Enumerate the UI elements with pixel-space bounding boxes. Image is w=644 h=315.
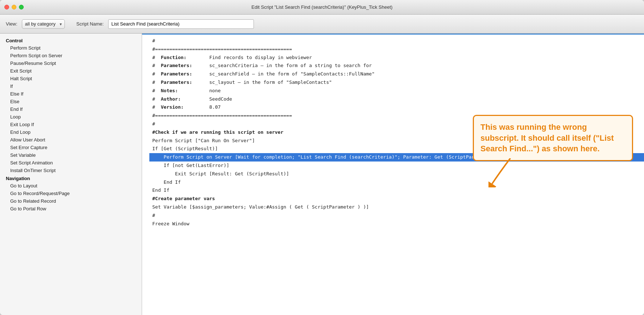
view-label: View: bbox=[6, 21, 17, 27]
script-line: # Function: Find records to display in w… bbox=[149, 54, 644, 62]
script-line: #=======================================… bbox=[149, 45, 644, 54]
sidebar-item-loop[interactable]: Loop bbox=[0, 113, 142, 121]
sidebar-item-set-script-animation[interactable]: Set Script Animation bbox=[0, 159, 142, 167]
annotation-text: This was running the wrong subscript. It… bbox=[480, 122, 614, 153]
sidebar-item-exit-script[interactable]: Exit Script bbox=[0, 67, 142, 75]
script-name-input[interactable] bbox=[108, 19, 254, 29]
sidebar-item-halt-script[interactable]: Halt Script bbox=[0, 75, 142, 82]
main-content: Control Perform Script Perform Script on… bbox=[0, 34, 644, 315]
sidebar-item-if[interactable]: If bbox=[0, 82, 142, 90]
toolbar: View: all by category ▼ Script Name: bbox=[0, 15, 644, 34]
sidebar-item-go-to-layout[interactable]: Go to Layout bbox=[0, 182, 142, 190]
sidebar: Control Perform Script Perform Script on… bbox=[0, 34, 142, 315]
sidebar-category-navigation: Navigation bbox=[0, 174, 142, 182]
script-line: If [not Get(LastError)] bbox=[149, 162, 644, 170]
script-line: # bbox=[149, 37, 644, 45]
maximize-button[interactable] bbox=[19, 5, 24, 9]
sidebar-item-end-if[interactable]: End If bbox=[0, 105, 142, 113]
sidebar-item-install-ontimer[interactable]: Install OnTimer Script bbox=[0, 167, 142, 174]
sidebar-item-perform-script-on-server[interactable]: Perform Script on Server bbox=[0, 52, 142, 59]
script-line: # Parameters: sc_searchField – in the fo… bbox=[149, 70, 644, 78]
sidebar-item-set-error-capture[interactable]: Set Error Capture bbox=[0, 144, 142, 151]
script-line: Exit Script [Result: Get (ScriptResult)] bbox=[149, 170, 644, 178]
script-line: # Parameters: sc_searchCriteria – in the… bbox=[149, 62, 644, 70]
main-window: Edit Script "List Search Find (searchCri… bbox=[0, 0, 644, 315]
minimize-button[interactable] bbox=[12, 5, 16, 9]
sidebar-item-set-variable[interactable]: Set Variable bbox=[0, 151, 142, 159]
script-line: Freeze Window bbox=[149, 220, 644, 228]
view-select[interactable]: all by category bbox=[22, 19, 65, 29]
sidebar-scroll: Control Perform Script Perform Script on… bbox=[0, 34, 142, 215]
sidebar-item-allow-user-abort[interactable]: Allow User Abort bbox=[0, 136, 142, 144]
script-line: # Notes: none bbox=[149, 87, 644, 95]
traffic-lights bbox=[4, 5, 24, 9]
close-button[interactable] bbox=[4, 5, 9, 9]
sidebar-item-else-if[interactable]: Else If bbox=[0, 90, 142, 98]
script-line: #Create parameter vars bbox=[149, 195, 644, 203]
script-line: # bbox=[149, 211, 644, 220]
sidebar-item-go-to-record[interactable]: Go to Record/Request/Page bbox=[0, 190, 142, 197]
sidebar-item-go-to-related-record[interactable]: Go to Related Record bbox=[0, 197, 142, 205]
sidebar-category-control: Control bbox=[0, 36, 142, 44]
sidebar-item-exit-loop-if[interactable]: Exit Loop If bbox=[0, 121, 142, 128]
titlebar: Edit Script "List Search Find (searchCri… bbox=[0, 0, 644, 15]
script-line: End If bbox=[149, 186, 644, 195]
annotation-box: This was running the wrong subscript. It… bbox=[473, 115, 633, 161]
script-lines-container[interactable]: # #=====================================… bbox=[142, 35, 644, 315]
sidebar-item-perform-script[interactable]: Perform Script bbox=[0, 44, 142, 52]
script-line: # Author: SeedCode bbox=[149, 95, 644, 104]
script-line: # Parameters: sc_layout – in the form of… bbox=[149, 78, 644, 87]
view-select-wrapper[interactable]: all by category ▼ bbox=[22, 19, 65, 29]
script-name-label: Script Name: bbox=[76, 21, 104, 27]
sidebar-item-else[interactable]: Else bbox=[0, 98, 142, 105]
annotation-arrow-icon bbox=[488, 158, 525, 187]
sidebar-item-go-to-portal-row[interactable]: Go to Portal Row bbox=[0, 205, 142, 213]
script-line: End If bbox=[149, 178, 644, 187]
sidebar-item-pause-resume[interactable]: Pause/Resume Script bbox=[0, 59, 142, 67]
script-line: # Version: 8.07 bbox=[149, 103, 644, 112]
sidebar-item-end-loop[interactable]: End Loop bbox=[0, 128, 142, 136]
window-title: Edit Script "List Search Find (searchCri… bbox=[251, 4, 392, 10]
script-line: Set Variable [$assign_parameters; Value:… bbox=[149, 203, 644, 211]
script-editor: # #=====================================… bbox=[142, 34, 644, 315]
